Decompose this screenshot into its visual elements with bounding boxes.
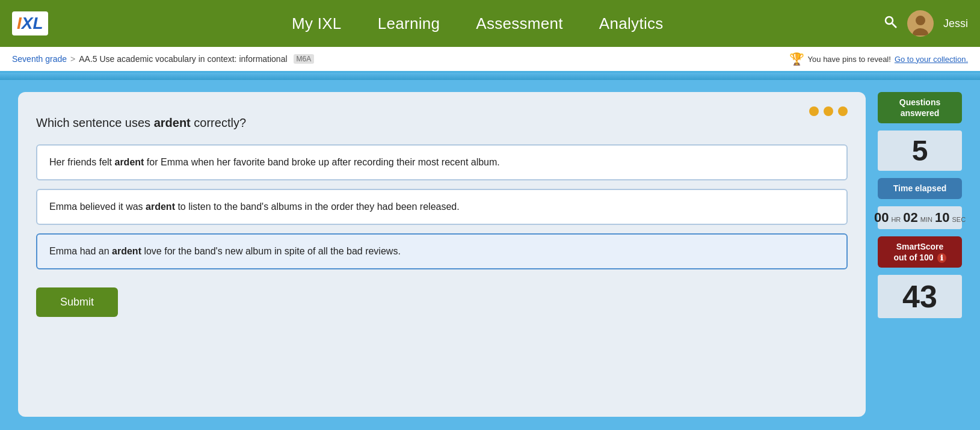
- a2-after: to listen to the band's albums in the or…: [175, 201, 460, 212]
- trophy-icon: 🏆: [789, 52, 804, 66]
- avatar[interactable]: [907, 10, 934, 37]
- a1-keyword: ardent: [114, 157, 144, 167]
- a3-keyword: ardent: [112, 246, 141, 256]
- breadcrumb-skill: AA.5 Use academic vocabulary in context:…: [79, 54, 287, 64]
- nav-right: Jessi: [883, 10, 968, 37]
- question-after: correctly?: [191, 116, 246, 129]
- time-hours: 00: [874, 210, 889, 226]
- svg-point-3: [916, 16, 925, 25]
- side-panel: Questions answered 5 Time elapsed 00 HR …: [878, 92, 962, 417]
- dots-row: [809, 106, 848, 116]
- smartscore-info-icon[interactable]: ℹ: [937, 253, 946, 263]
- a2-before: Emma believed it was: [49, 201, 146, 212]
- answer-option-2[interactable]: Emma believed it was ardent to listen to…: [36, 189, 848, 225]
- logo-xl: XL: [22, 14, 43, 33]
- question-keyword: ardent: [154, 116, 191, 129]
- time-seconds: 10: [935, 210, 949, 226]
- logo-i: I: [17, 14, 22, 33]
- nav-links: My IXL Learning Assessment Analytics: [72, 14, 883, 33]
- smartscore-label: SmartScore out of 100 ℹ: [878, 236, 962, 268]
- time-display: 00 HR 02 MIN 10 SEC: [878, 206, 962, 229]
- time-elapsed-label: Time elapsed: [878, 178, 962, 198]
- nav-my-ixl[interactable]: My IXL: [292, 14, 342, 33]
- time-min-label: MIN: [920, 216, 932, 223]
- time-sec-label: SEC: [952, 216, 966, 223]
- a1-before: Her friends felt: [49, 157, 114, 167]
- search-icon[interactable]: [883, 14, 898, 32]
- pins-notice: 🏆 You have pins to reveal! Go to your co…: [789, 52, 968, 66]
- navbar: IXL My IXL Learning Assessment Analytics…: [0, 0, 980, 47]
- blue-stripe: [0, 73, 980, 80]
- breadcrumb-grade[interactable]: Seventh grade: [12, 54, 67, 64]
- nav-learning[interactable]: Learning: [378, 14, 440, 33]
- answer-option-3[interactable]: Emma had an ardent love for the band's n…: [36, 233, 848, 269]
- pins-link[interactable]: Go to your collection.: [895, 55, 968, 64]
- submit-button[interactable]: Submit: [36, 287, 118, 317]
- a2-keyword: ardent: [146, 201, 175, 212]
- smartscore-title: SmartScore: [896, 242, 944, 251]
- questions-answered-label: Questions answered: [878, 92, 962, 123]
- dot-1: [809, 106, 819, 116]
- a3-before: Emma had an: [49, 246, 112, 256]
- dot-3: [838, 106, 848, 116]
- breadcrumb-bar: Seventh grade > AA.5 Use academic vocabu…: [0, 47, 980, 73]
- nav-assessment[interactable]: Assessment: [476, 14, 563, 33]
- question-card: Which sentence uses ardent correctly? He…: [18, 92, 866, 417]
- pins-text: You have pins to reveal!: [808, 55, 891, 64]
- nav-analytics[interactable]: Analytics: [599, 14, 664, 33]
- dot-2: [824, 106, 833, 116]
- main-area: Which sentence uses ardent correctly? He…: [0, 80, 980, 429]
- answer-option-1[interactable]: Her friends felt ardent for Emma when he…: [36, 144, 848, 180]
- svg-line-1: [892, 23, 896, 28]
- logo[interactable]: IXL: [12, 11, 48, 35]
- time-hr-label: HR: [891, 216, 901, 223]
- time-minutes: 02: [903, 210, 917, 226]
- smartscore-value: 43: [878, 275, 962, 318]
- breadcrumb: Seventh grade > AA.5 Use academic vocabu…: [12, 54, 314, 64]
- question-text: Which sentence uses ardent correctly?: [36, 116, 848, 130]
- a1-after: for Emma when her favorite band broke up…: [144, 157, 499, 167]
- questions-answered-count: 5: [878, 131, 962, 171]
- breadcrumb-code: M6A: [294, 54, 315, 64]
- svg-point-0: [886, 17, 893, 24]
- a3-after: love for the band's new album in spite o…: [141, 246, 401, 256]
- breadcrumb-separator: >: [70, 54, 75, 64]
- question-before: Which sentence uses: [36, 116, 154, 129]
- smartscore-sublabel: out of 100: [893, 253, 933, 262]
- user-name: Jessi: [943, 17, 968, 30]
